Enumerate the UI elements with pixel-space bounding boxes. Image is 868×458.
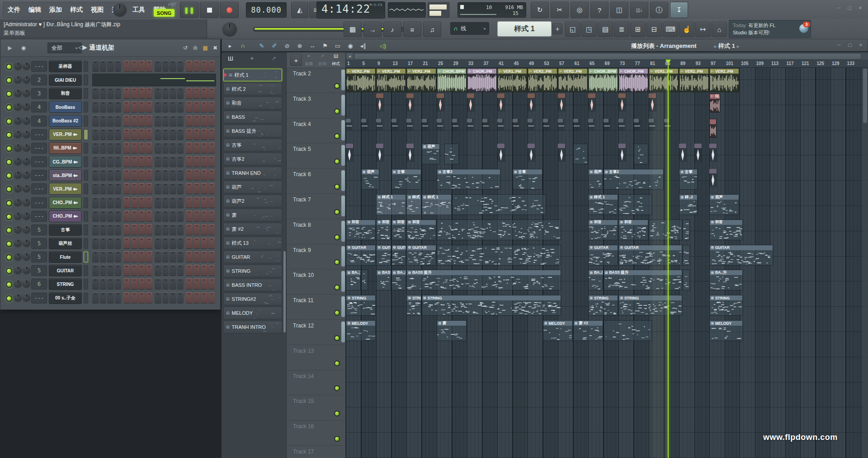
channel-pan-knob[interactable]: [14, 252, 22, 260]
playlist-hscrollbar[interactable]: ◂: [346, 52, 868, 60]
step-cell[interactable]: [193, 292, 200, 303]
channel-enable-led[interactable]: [6, 77, 12, 84]
swing-icon[interactable]: ◉: [19, 43, 28, 53]
channel-enable-led[interactable]: [6, 200, 12, 206]
pattern-clip[interactable]: ⊟GUITAR: [392, 245, 406, 266]
timeline-ruler[interactable]: 1591317212529333741454953576165697377818…: [346, 60, 868, 68]
audio-dash-clip[interactable]: [497, 119, 504, 131]
play-button[interactable]: ❚❚: [180, 2, 199, 18]
channel-pan-knob[interactable]: [14, 117, 22, 124]
step-cell[interactable]: [138, 251, 145, 262]
step-cell[interactable]: [201, 169, 208, 180]
pattern-clip[interactable]: ⊟和音: [376, 220, 391, 240]
step-cell[interactable]: [131, 61, 138, 71]
track-header[interactable]: Track 7...: [287, 194, 345, 219]
pattern-item[interactable]: ⊟TRANH INTRO: [223, 321, 282, 333]
step-cell[interactable]: [208, 238, 215, 248]
delete-tool-icon[interactable]: ⊘: [282, 41, 292, 51]
channel-meter[interactable]: [84, 156, 88, 167]
playlist-button[interactable]: →: [363, 22, 382, 37]
pattern-clip[interactable]: ⊟葫芦: [709, 194, 739, 215]
track-mute-led[interactable]: [334, 436, 340, 442]
track-header[interactable]: Track 16...: [287, 421, 345, 446]
audio-dash-clip[interactable]: [543, 119, 550, 131]
step-cell[interactable]: [208, 142, 215, 153]
step-cell[interactable]: [115, 197, 122, 208]
step-cell[interactable]: [170, 265, 176, 276]
pattern-clip[interactable]: ⊟样式 1: [588, 194, 618, 215]
brush-tool-icon[interactable]: ✐: [269, 41, 280, 51]
step-cell[interactable]: [208, 169, 215, 180]
pattern-clip[interactable]: ⊟和音: [406, 220, 436, 240]
pattern-clip[interactable]: ⊟STRING: [346, 295, 376, 316]
channel-target-box[interactable]: 3: [31, 88, 47, 99]
pattern-clip[interactable]: ⊟GUITAR: [709, 245, 773, 266]
step-cell[interactable]: [131, 183, 138, 194]
step-cell[interactable]: [208, 183, 215, 194]
step-cell[interactable]: [177, 142, 184, 153]
channel-pan-knob[interactable]: [14, 280, 22, 287]
channel-meter[interactable]: [84, 252, 88, 262]
step-cell[interactable]: [146, 142, 153, 153]
channel-volume-knob[interactable]: [23, 62, 30, 70]
step-cell[interactable]: [186, 61, 193, 71]
close-icon[interactable]: ✕: [858, 42, 864, 47]
slip-tool-icon[interactable]: ↔: [307, 41, 318, 51]
pattern-clip[interactable]: ⊟MELODY: [543, 320, 573, 341]
channel-target-box[interactable]: 4: [31, 116, 47, 126]
step-cell[interactable]: [193, 251, 200, 262]
pattern-item[interactable]: ⊟萧 #2: [223, 223, 282, 235]
step-cell[interactable]: [92, 197, 99, 208]
step-cell[interactable]: [208, 210, 215, 221]
copy-pages-button[interactable]: ⊟: [646, 22, 662, 37]
step-cell[interactable]: [208, 251, 215, 262]
step-cell[interactable]: [162, 61, 169, 71]
step-cell[interactable]: [170, 183, 176, 194]
step-cell[interactable]: [146, 224, 153, 235]
help-button[interactable]: ?: [590, 2, 609, 18]
step-cell[interactable]: [115, 183, 122, 194]
step-cell[interactable]: [201, 265, 208, 276]
pattern-clip[interactable]: ⊟GUITAR: [588, 245, 618, 266]
channel-button[interactable]: 采样器: [49, 61, 82, 72]
step-cell[interactable]: [123, 251, 130, 262]
menu-item-4[interactable]: 视图: [91, 6, 104, 14]
pattern-clip[interactable]: ⊟古筝: [679, 169, 698, 190]
globe-icon[interactable]: 3: [799, 24, 808, 33]
step-cell[interactable]: [138, 156, 145, 167]
step-cell[interactable]: [131, 278, 138, 289]
hint-knob[interactable]: [113, 3, 127, 16]
pattern-item[interactable]: ⊟BASS 提升: [223, 125, 282, 137]
pattern-clip[interactable]: ⊟葫芦: [422, 144, 440, 164]
step-cell[interactable]: [177, 183, 184, 194]
audio-dash-clip[interactable]: [482, 119, 489, 131]
audio-hit-clip[interactable]: [497, 144, 505, 162]
shop-button[interactable]: ⌂: [712, 22, 727, 37]
share-button[interactable]: ↦: [695, 22, 711, 37]
step-cell[interactable]: [107, 169, 114, 180]
channel-volume-knob[interactable]: [23, 266, 30, 274]
channel-target-box[interactable]: ---: [31, 143, 47, 154]
audio-dash-clip[interactable]: [376, 119, 383, 131]
download-button[interactable]: ↧: [670, 2, 688, 18]
step-cell[interactable]: [100, 88, 107, 98]
channel-button[interactable]: 葫芦丝: [49, 238, 82, 249]
step-cell[interactable]: [146, 61, 153, 71]
step-cell[interactable]: [131, 210, 138, 221]
pattern-clip[interactable]: ⊟BA..提升: [588, 270, 603, 290]
step-cell[interactable]: [146, 115, 153, 126]
step-cell[interactable]: [100, 197, 107, 208]
step-cell[interactable]: [208, 278, 215, 289]
step-cell[interactable]: [208, 224, 215, 235]
step-cell[interactable]: [146, 251, 153, 262]
pattern-item[interactable]: ⊟葫芦: [223, 181, 282, 193]
channel-button[interactable]: CG..BPM◆▸: [49, 156, 82, 168]
step-cell[interactable]: [92, 251, 99, 262]
view-tab-icon-0[interactable]: ✦: [307, 53, 311, 59]
step-cell[interactable]: [170, 292, 176, 303]
pencil-tool-icon[interactable]: ✎: [256, 41, 267, 51]
add-track-button[interactable]: +: [290, 54, 302, 66]
track-mute-led[interactable]: [334, 108, 340, 114]
audio-hit-clip[interactable]: [618, 93, 626, 112]
pattern-clip[interactable]: [618, 194, 652, 215]
